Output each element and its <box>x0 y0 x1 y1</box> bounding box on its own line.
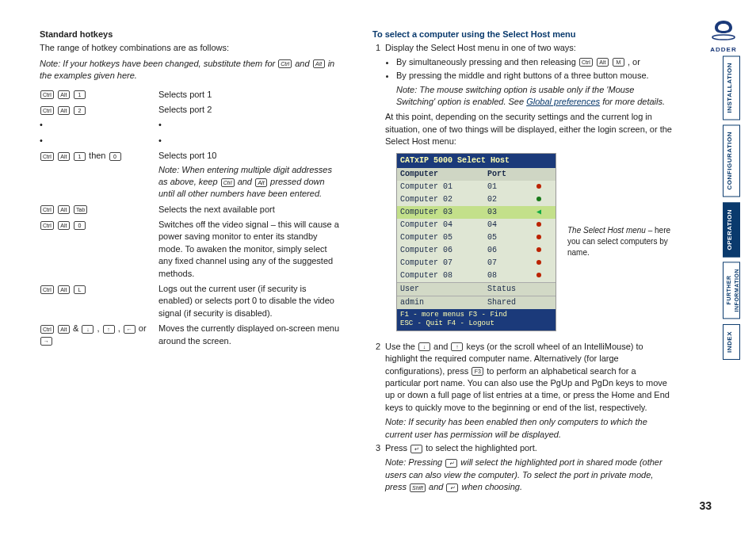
right-title: To select a computer using the Select Ho… <box>372 29 674 40</box>
digit-note: Note: When entering multiple digit addre… <box>158 164 341 201</box>
tab-operation[interactable]: OPERATION <box>723 202 740 257</box>
side-nav: INSTALLATION CONFIGURATION OPERATION FUR… <box>723 55 740 360</box>
enter-key-icon: ↵ <box>410 445 422 453</box>
page-number: 33 <box>699 499 712 514</box>
list-item[interactable]: Computer 0808 <box>397 269 556 282</box>
brand-logo: ADDER <box>707 19 740 55</box>
hotkey-table: Ctrl Alt 1 Selects port 1 Ctrl Alt 2 Sel… <box>40 86 341 350</box>
key-ctrl: Ctrl <box>278 59 292 68</box>
table-row: Ctrl Alt Tab Selects the next available … <box>40 204 341 216</box>
list-item[interactable]: Computer 0101 <box>397 181 556 193</box>
table-row: Ctrl Alt L Logs out the current user (if… <box>40 283 341 319</box>
table-row: Ctrl Alt 2 Selects port 2 <box>40 104 341 116</box>
svg-point-0 <box>712 35 735 40</box>
key-alt: Alt <box>313 59 325 68</box>
table-row: •• <box>40 119 341 131</box>
tab-further-info[interactable]: FURTHER INFORMATION <box>723 262 740 319</box>
menu-caption: The Select Host menu – here you can sele… <box>567 225 674 258</box>
step-3: 3 Press ↵ to select the highlighted port… <box>372 442 674 494</box>
list-item[interactable]: Computer 0202 <box>397 193 556 206</box>
left-intro-note: Note: If your hotkeys have been changed,… <box>40 58 341 82</box>
tab-installation[interactable]: INSTALLATION <box>723 55 740 120</box>
tab-index[interactable]: INDEX <box>723 324 740 360</box>
table-row: Ctrl Alt & ↓ , ↑ , ← or → Moves the curr… <box>40 323 341 347</box>
list-item[interactable]: Computer 0303◀ <box>397 206 556 219</box>
step-2: 2 Use the ↓ and ↑ keys (or the scroll wh… <box>372 341 674 441</box>
list-item[interactable]: Computer 0404 <box>397 219 556 231</box>
list-item[interactable]: Computer 0606 <box>397 244 556 257</box>
step-1: 1 Display the Select Host menu in one of… <box>372 42 674 339</box>
table-row: Ctrl Alt 0 Switches off the video signal… <box>40 219 341 280</box>
snake-icon <box>710 19 737 41</box>
mouse-note: Note: The mouse switching option is usab… <box>396 84 674 109</box>
list-item[interactable]: Computer 0707 <box>397 257 556 269</box>
left-intro: The range of hotkey combinations are as … <box>40 42 341 54</box>
global-prefs-link[interactable]: Global preferences <box>526 97 600 106</box>
left-column: Standard hotkeys The range of hotkey com… <box>40 29 341 495</box>
tab-configuration[interactable]: CONFIGURATION <box>723 124 740 197</box>
table-row: Ctrl Alt 1 then 0 Selects port 10 Note: … <box>40 150 341 201</box>
left-title: Standard hotkeys <box>40 29 341 40</box>
list-item[interactable]: Computer 0505 <box>397 231 556 244</box>
select-host-menu: CATxIP 5000 Select Host Computer Port Co… <box>396 153 556 331</box>
table-row: Ctrl Alt 1 Selects port 1 <box>40 89 341 101</box>
page-content: Standard hotkeys The range of hotkey com… <box>40 29 674 495</box>
right-column: To select a computer using the Select Ho… <box>372 29 674 495</box>
table-row: •• <box>40 135 341 147</box>
